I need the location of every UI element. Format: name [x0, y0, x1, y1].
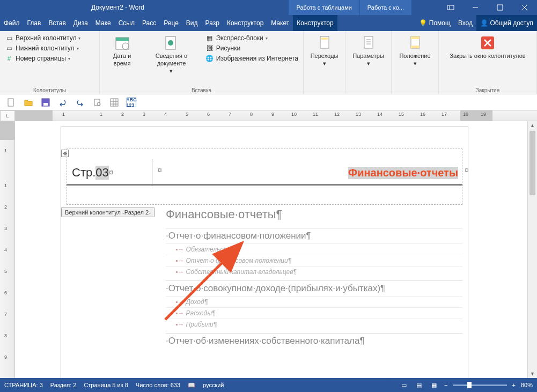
tell-me[interactable]: 💡 Помощ: [415, 15, 454, 31]
status-page-of[interactable]: Страница 5 из 8: [84, 382, 128, 388]
header-cell-title[interactable]: Финансовые·отчеты: [312, 159, 462, 186]
minimize-button[interactable]: [463, 0, 488, 15]
scroll-down-button[interactable]: ▼: [528, 369, 537, 378]
list-item: Отчет·о·финансовом·положении¶: [166, 255, 462, 266]
header-cell-page[interactable]: Стр.03¤: [67, 159, 152, 186]
zoom-in-button[interactable]: +: [512, 382, 516, 388]
document-canvas[interactable]: ✥ Стр.03¤ ¤ Финансовые·отчеты ¤ Верхний …: [15, 121, 527, 378]
vertical-ruler[interactable]: 1 1 2 3 4 5 6 7 8 9: [0, 121, 15, 378]
page-number-field[interactable]: 03: [95, 166, 108, 180]
footer-button[interactable]: ▭Нижний колонтитул▾: [3, 43, 96, 53]
print-preview-button[interactable]: [92, 98, 102, 107]
read-mode-button[interactable]: ▭: [399, 381, 409, 389]
new-doc-button[interactable]: [6, 98, 16, 107]
svg-rect-16: [43, 103, 48, 106]
zoom-level[interactable]: 80%: [521, 382, 533, 388]
context-tab-header-tools[interactable]: Работа с ко...: [359, 0, 411, 15]
scroll-thumb[interactable]: [529, 131, 535, 195]
tab-layout[interactable]: Маке: [92, 15, 115, 31]
horizontal-ruler[interactable]: 1 1 2 3 4 5 6 7 8 9 10 11 12 13 14 15 16…: [15, 110, 537, 121]
svg-rect-8: [321, 38, 328, 40]
svg-rect-12: [411, 46, 420, 48]
nav-icon: [316, 34, 333, 51]
date-time-button[interactable]: Дата и время: [103, 32, 141, 75]
header-button[interactable]: ▭Верхний колонтитул▾: [3, 33, 96, 43]
navigation-button[interactable]: Переходы▾: [307, 32, 342, 68]
ribbon-options-icon[interactable]: [438, 0, 463, 15]
page-number-button[interactable]: #Номер страницы▾: [3, 54, 96, 63]
document-body: Финансовые·отчеты¶ ·Отчет·о·финансовом·п…: [166, 208, 462, 349]
close-x-icon: [479, 34, 496, 51]
document-title: Документ2 - Word: [0, 4, 144, 11]
context-tab-table-tools[interactable]: Работа с таблицами: [288, 0, 359, 15]
close-button[interactable]: [512, 0, 537, 15]
status-language[interactable]: русский: [203, 382, 224, 388]
header-section-label: Верхний колонтитул -Раздел 2-: [61, 208, 155, 217]
status-page[interactable]: СТРАНИЦА: 3: [4, 382, 43, 388]
svg-rect-9: [364, 36, 373, 48]
svg-point-4: [122, 43, 129, 49]
page: ✥ Стр.03¤ ¤ Финансовые·отчеты ¤ Верхний …: [61, 127, 468, 378]
zoom-slider[interactable]: [453, 384, 507, 386]
tab-review[interactable]: Реце: [160, 15, 182, 31]
docinfo-icon: [163, 34, 180, 51]
header-table[interactable]: Стр.03¤ ¤ Финансовые·отчеты ¤: [67, 159, 462, 186]
ruler-corner[interactable]: L: [0, 110, 15, 121]
tab-table-design[interactable]: Конструктор: [223, 15, 267, 31]
tab-table-layout[interactable]: Макет: [267, 15, 293, 31]
tab-view[interactable]: Вид: [182, 15, 202, 31]
sign-in[interactable]: Вход: [454, 15, 476, 31]
blocks-icon: ▦: [205, 34, 214, 42]
web-layout-button[interactable]: ▦: [429, 381, 439, 389]
svg-rect-14: [8, 99, 13, 106]
list-item: Собственный·капитал·владельцев¶: [166, 266, 462, 277]
print-layout-button[interactable]: ▤: [414, 381, 424, 389]
vertical-scrollbar[interactable]: ▲ ▼: [527, 121, 537, 378]
ribbon-tabs: Файл Глав Встав Диза Маке Ссыл Расс Реце…: [0, 15, 537, 31]
redo-button[interactable]: [75, 98, 85, 107]
group-label: Закрытие: [439, 87, 536, 93]
save-button[interactable]: [41, 98, 50, 107]
pictures-button[interactable]: 🖼Рисунки: [204, 43, 300, 53]
status-word-count[interactable]: Число слов: 633: [136, 382, 180, 388]
tab-developer[interactable]: Разр: [202, 15, 223, 31]
tab-header-design[interactable]: Конструктор: [293, 15, 337, 31]
header-icon: ▭: [5, 34, 13, 42]
proofing-icon[interactable]: 📖: [188, 382, 195, 389]
tab-file[interactable]: Файл: [0, 15, 24, 31]
options-icon: [360, 34, 377, 51]
table-button[interactable]: [109, 98, 119, 107]
quick-parts-button[interactable]: ▦Экспресс-блоки▾: [204, 33, 300, 43]
spelling-button[interactable]: ABC123: [127, 98, 136, 107]
tab-insert[interactable]: Встав: [45, 15, 69, 31]
group-label: Вставка: [100, 87, 303, 93]
position-icon: [407, 34, 424, 51]
list-item: Доход¶: [166, 296, 462, 307]
workspace: 1 1 2 3 4 5 6 7 8 9 ✥ Стр.03¤ ¤ Финансов…: [0, 121, 537, 378]
close-header-footer-button[interactable]: Закрыть окно колонтитулов: [442, 32, 533, 60]
tab-references[interactable]: Ссыл: [115, 15, 138, 31]
tab-design[interactable]: Диза: [70, 15, 92, 31]
tab-home[interactable]: Глав: [24, 15, 45, 31]
person-icon: 👤: [480, 19, 488, 27]
heading-2: ·Отчет·о·финансовом·положении¶: [166, 228, 462, 241]
scroll-up-button[interactable]: ▲: [528, 121, 537, 130]
zoom-out-button[interactable]: −: [444, 382, 447, 388]
position-button[interactable]: Положение▾: [395, 32, 435, 68]
document-info-button[interactable]: Сведения о документе▾: [141, 32, 202, 75]
options-button[interactable]: Параметры▾: [349, 32, 388, 68]
status-section[interactable]: Раздел: 2: [50, 382, 77, 388]
list-item: Расходы¶: [166, 307, 462, 319]
list-item: Прибыли¶: [166, 319, 462, 330]
svg-point-6: [168, 40, 173, 46]
cell-mark: ¤: [109, 168, 114, 177]
open-button[interactable]: [24, 98, 33, 107]
svg-rect-11: [411, 36, 420, 39]
undo-button[interactable]: [58, 98, 68, 107]
bulb-icon: 💡: [419, 19, 427, 27]
maximize-button[interactable]: [488, 0, 512, 15]
online-pictures-button[interactable]: 🌐Изображения из Интернета: [204, 54, 300, 63]
share-button[interactable]: 👤 Общий доступ: [476, 15, 537, 31]
tab-mailings[interactable]: Расс: [138, 15, 160, 31]
header-title-text[interactable]: Финансовые·отчеты: [348, 167, 458, 179]
